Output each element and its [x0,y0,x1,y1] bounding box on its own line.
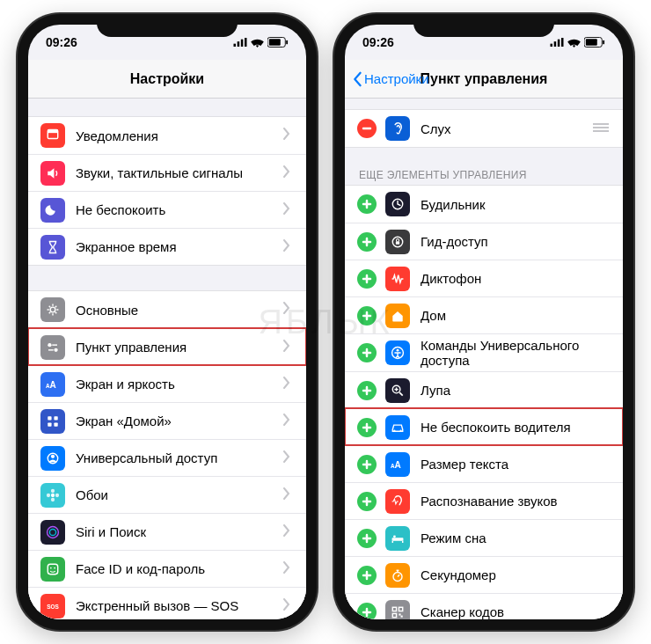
svg-point-9 [50,307,55,312]
siri-icon [40,520,65,545]
row-label: Экстренный вызов — SOS [76,598,283,613]
svg-point-23 [51,488,55,492]
row-label: Распознавание звуков [421,494,611,509]
battery-icon [267,37,289,48]
control-row-lock[interactable]: Гид-доступ [345,223,623,260]
settings-row-controls[interactable]: Пункт управления [28,328,306,365]
add-button[interactable] [357,269,377,289]
chevron-right-icon [283,524,294,540]
settings-row-notif[interactable]: Уведомления [28,117,306,154]
control-row-zoom[interactable]: Лупа [345,371,623,408]
notch [97,14,238,37]
svg-rect-3 [245,38,247,47]
svg-point-70 [397,349,399,352]
add-button[interactable] [357,418,377,437]
svg-rect-104 [399,613,400,615]
add-button[interactable] [357,603,377,620]
person-icon [40,446,65,471]
settings-row-AA[interactable]: AAЭкран и яркость [28,365,306,402]
row-label: Siri и Поиск [76,524,283,539]
control-center-list[interactable]: Слух ЕЩЕ ЭЛЕМЕНТЫ УПРАВЛЕНИЯ БудильникГи… [345,99,623,619]
control-row-home[interactable]: Дом [345,296,623,333]
screen-left: 09:26 Настройки УведомленияЗвуки, тактил… [28,25,306,619]
svg-point-26 [55,493,59,496]
flower-icon [40,483,65,508]
chevron-right-icon [283,128,294,143]
face-icon [40,557,65,582]
remove-button[interactable] [357,119,377,138]
phone-right: 09:26 Настройки Пункт управления Слух ЕЩ… [334,14,633,630]
control-row-ear[interactable]: Слух [345,110,623,147]
add-button[interactable] [357,381,377,400]
settings-row-SOS[interactable]: SOSЭкстренный вызов — SOS [28,587,306,619]
control-row-stopwatch[interactable]: Секундомер [345,556,623,593]
access-icon [385,340,410,365]
add-button[interactable] [357,455,377,474]
chevron-right-icon [283,202,294,218]
chevron-right-icon [283,598,294,614]
settings-list[interactable]: УведомленияЗвуки, тактильные сигналыНе б… [28,99,306,619]
back-button[interactable]: Настройки [352,71,429,87]
chevron-right-icon [283,561,294,577]
settings-row-hourglass[interactable]: Экранное время [28,228,306,265]
control-row-soundrec[interactable]: Распознавание звуков [345,482,623,519]
sound-icon [40,161,65,186]
svg-rect-92 [402,540,403,542]
settings-group-2: ОсновныеПункт управленияAAЭкран и яркост… [28,290,306,619]
settings-row-sound[interactable]: Звуки, тактильные сигналы [28,154,306,191]
settings-row-moon[interactable]: Не беспокоить [28,191,306,228]
settings-row-person[interactable]: Универсальный доступ [28,439,306,476]
svg-point-31 [54,567,55,568]
bed-icon [385,526,410,551]
add-button[interactable] [357,566,377,585]
svg-rect-47 [558,40,560,47]
settings-row-siri[interactable]: Siri и Поиск [28,513,306,550]
svg-rect-89 [392,538,404,541]
chevron-right-icon [283,377,294,392]
svg-rect-0 [234,44,237,47]
add-button[interactable] [357,306,377,326]
row-label: Не беспокоить [76,202,283,217]
control-row-bed[interactable]: Режим сна [345,519,623,556]
svg-line-98 [398,574,399,576]
svg-line-74 [399,392,403,396]
row-label: Универсальный доступ [76,450,283,465]
row-label: Команды Универсального доступа [421,338,611,368]
svg-rect-96 [397,569,399,570]
row-label: Лупа [421,383,611,398]
stopwatch-icon [385,563,410,588]
drag-handle-icon[interactable] [593,121,611,136]
nav-header: Настройки Пункт управления [345,60,623,99]
chevron-left-icon [352,71,362,87]
add-button[interactable] [357,194,377,214]
add-button[interactable] [357,529,377,548]
settings-row-grid[interactable]: Экран «Домой» [28,402,306,439]
control-row-wave[interactable]: Диктофон [345,260,623,296]
row-label: Диктофон [421,271,611,286]
add-button[interactable] [357,343,377,362]
car-icon [385,415,410,440]
chevron-right-icon [283,165,294,181]
row-label: Обои [76,487,283,502]
row-label: Экранное время [76,239,283,254]
wave-icon [385,267,410,291]
settings-row-gear[interactable]: Основные [28,291,306,328]
control-row-clock[interactable]: Будильник [345,186,623,223]
svg-text:A: A [49,379,55,389]
settings-row-face[interactable]: Face ID и код-пароль [28,550,306,587]
notif-icon [40,123,65,148]
svg-rect-103 [392,613,396,617]
row-label: Гид-доступ [421,234,611,249]
svg-rect-11 [52,344,57,345]
row-label: Звуки, тактильные сигналы [76,165,283,180]
svg-rect-1 [238,41,240,47]
settings-row-flower[interactable]: Обои [28,476,306,513]
control-row-access[interactable]: Команды Универсального доступа [345,333,623,371]
control-row-qr[interactable]: Сканер кодов [345,593,623,619]
add-button[interactable] [357,492,377,511]
svg-rect-8 [48,130,57,134]
control-row-car[interactable]: Не беспокоить водителя [345,408,623,445]
add-button[interactable] [357,232,377,252]
svg-point-80 [400,429,402,431]
control-row-AA[interactable]: AAРазмер текста [345,445,623,482]
